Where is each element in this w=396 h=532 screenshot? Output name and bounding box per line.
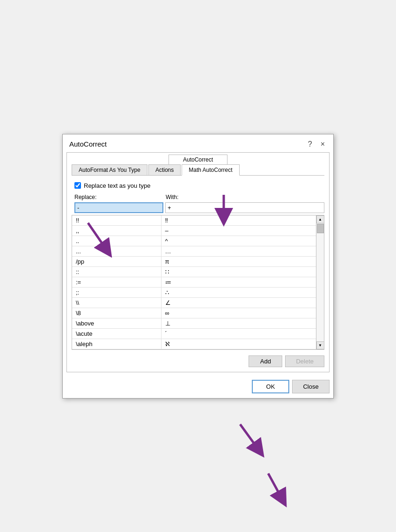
table-scroll-container: !!‼,,–..^...…/ppπ::∷:=≔;:∴\\∠\8∞\above⊥\… — [72, 215, 324, 350]
svg-line-3 — [240, 424, 259, 450]
replace-cell: := — [72, 277, 161, 287]
table-row[interactable]: ,,– — [72, 225, 316, 236]
with-cell: ℵ — [161, 339, 316, 349]
help-button[interactable]: ? — [306, 139, 314, 149]
with-cell: ‼ — [161, 215, 316, 226]
tab-math-autocorrect[interactable]: Math AutoCorrect — [182, 164, 239, 176]
delete-button[interactable]: Delete — [285, 355, 324, 367]
with-cell: ∴ — [161, 287, 316, 297]
tab-autocorrect-center[interactable]: AutoCorrect — [169, 155, 227, 165]
with-cell: ∷ — [161, 266, 316, 277]
scroll-track — [316, 223, 324, 341]
add-delete-row: Add Delete — [72, 354, 324, 367]
table-row[interactable]: :=≔ — [72, 277, 316, 287]
replace-cell: \acute — [72, 328, 161, 339]
close-dialog-button[interactable]: Close — [292, 380, 330, 393]
with-cell: ∠ — [161, 297, 316, 308]
replace-input[interactable] — [74, 202, 163, 213]
with-label: With: — [166, 194, 178, 200]
table-row[interactable]: ;:∴ — [72, 287, 316, 297]
replace-cell: \8 — [72, 308, 161, 318]
tabs-container: AutoCorrect AutoFormat As You Type Actio… — [72, 153, 324, 176]
scrollbar: ▲ ▼ — [316, 215, 324, 349]
ok-button[interactable]: OK — [252, 380, 289, 393]
table-row[interactable]: ...… — [72, 246, 316, 256]
replace-cell: :: — [72, 266, 161, 277]
tab-actions[interactable]: Actions — [148, 164, 181, 176]
dialog-title: AutoCorrect — [69, 140, 107, 148]
svg-line-4 — [268, 473, 282, 499]
replace-cell: /pp — [72, 256, 161, 266]
replace-cell: ;: — [72, 287, 161, 297]
tab-row-top: AutoCorrect — [72, 153, 324, 164]
with-cell: – — [161, 225, 316, 236]
table-row[interactable]: \acute´ — [72, 328, 316, 339]
with-cell: π — [161, 256, 316, 266]
replace-checkbox[interactable] — [74, 182, 81, 189]
with-cell: ≔ — [161, 277, 316, 287]
replace-checkbox-label: Replace text as you type — [84, 182, 150, 189]
scroll-down-button[interactable]: ▼ — [316, 341, 324, 349]
with-cell: ⊥ — [161, 318, 316, 328]
with-cell: ∞ — [161, 308, 316, 318]
table-row[interactable]: \8∞ — [72, 308, 316, 318]
dialog-body: AutoCorrect AutoFormat As You Type Actio… — [66, 152, 330, 372]
table-row[interactable]: ..^ — [72, 236, 316, 246]
replace-with-header: Replace: With: — [72, 194, 324, 202]
titlebar-controls: ? × — [306, 139, 327, 149]
table-row[interactable]: \alephℵ — [72, 339, 316, 349]
tab-row-bottom: AutoFormat As You Type Actions Math Auto… — [72, 164, 324, 175]
autocorrect-dialog: AutoCorrect ? × AutoCorrect AutoFormat A… — [62, 134, 334, 399]
add-button[interactable]: Add — [249, 355, 282, 367]
autocorrect-table: !!‼,,–..^...…/ppπ::∷:=≔;:∴\\∠\8∞\above⊥\… — [72, 215, 316, 349]
input-row — [72, 202, 324, 215]
scroll-thumb[interactable] — [317, 224, 324, 233]
table-row[interactable]: \above⊥ — [72, 318, 316, 328]
with-input[interactable] — [165, 202, 324, 213]
close-button[interactable]: × — [319, 139, 327, 149]
table-row[interactable]: \\∠ — [72, 297, 316, 308]
titlebar: AutoCorrect ? × — [63, 134, 333, 152]
with-cell: ^ — [161, 236, 316, 246]
scroll-up-button[interactable]: ▲ — [316, 215, 324, 223]
replace-cell: \\ — [72, 297, 161, 308]
tab-autoformat[interactable]: AutoFormat As You Type — [72, 164, 147, 176]
with-cell: … — [161, 246, 316, 256]
table-area: !!‼,,–..^...…/ppπ::∷:=≔;:∴\\∠\8∞\above⊥\… — [72, 215, 316, 349]
replace-label: Replace: — [74, 194, 166, 200]
replace-cell: .. — [72, 236, 161, 246]
table-row[interactable]: !!‼ — [72, 215, 316, 226]
ok-close-row: OK Close — [63, 376, 333, 398]
replace-cell: \above — [72, 318, 161, 328]
replace-cell: ,, — [72, 225, 161, 236]
replace-checkbox-row: Replace text as you type — [72, 179, 324, 194]
with-cell: ´ — [161, 328, 316, 339]
replace-cell: \aleph — [72, 339, 161, 349]
replace-cell: !! — [72, 215, 161, 226]
table-row[interactable]: /ppπ — [72, 256, 316, 266]
table-row[interactable]: ::∷ — [72, 266, 316, 277]
replace-cell: ... — [72, 246, 161, 256]
